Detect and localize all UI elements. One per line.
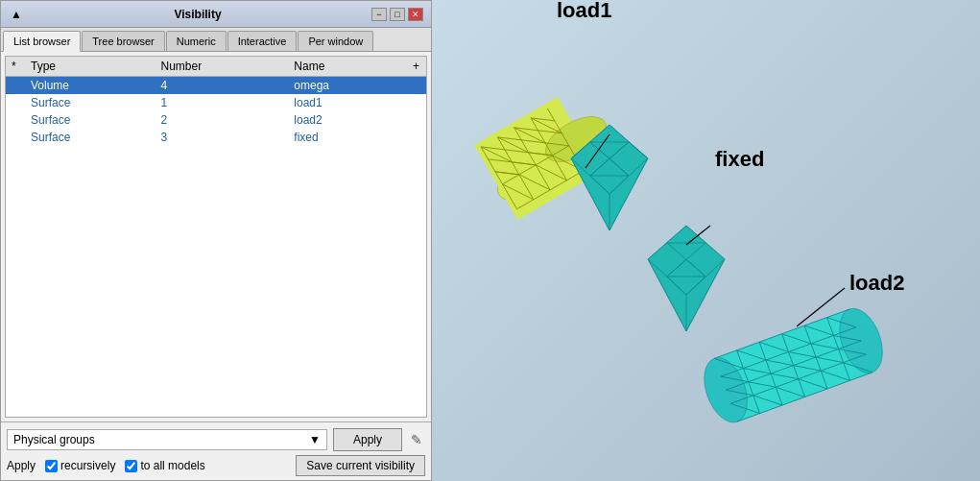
tab-interactive[interactable]: Interactive	[227, 31, 298, 51]
tab-tree-browser[interactable]: Tree browser	[82, 31, 164, 51]
options-row: Apply recursively to all models Save cur…	[7, 455, 425, 476]
tab-numeric[interactable]: Numeric	[166, 31, 227, 51]
restore-button[interactable]: □	[390, 8, 405, 21]
save-visibility-button[interactable]: Save current visibility	[296, 455, 425, 476]
dropdown-arrow-icon: ▼	[309, 433, 321, 446]
3d-viewport: load1 fixed load2	[432, 0, 980, 481]
col-header-number: Number	[155, 57, 288, 77]
titlebar: ▲ Visibility − □ ✕	[1, 1, 431, 28]
apply-small-label: Apply	[7, 459, 36, 472]
table-row[interactable]: Surface 1 load1	[6, 94, 426, 111]
dialog-title: Visibility	[24, 8, 371, 21]
recursively-text: recursively	[60, 459, 115, 472]
tab-bar: List browser Tree browser Numeric Intera…	[1, 28, 431, 52]
row-plus	[407, 77, 426, 95]
pencil-icon[interactable]: ✎	[408, 431, 425, 448]
tab-list-browser[interactable]: List browser	[3, 31, 81, 52]
visibility-dialog: ▲ Visibility − □ ✕ List browser Tree bro…	[0, 0, 432, 481]
col-header-name: Name	[288, 57, 407, 77]
row-name: omega	[288, 77, 407, 95]
row-type: Volume	[25, 77, 155, 95]
load2-label: load2	[849, 271, 904, 295]
entity-table[interactable]: * Type Number Name + Volume 4 omega Surf…	[5, 56, 427, 418]
row-name: load2	[288, 111, 407, 129]
titlebar-buttons: − □ ✕	[371, 8, 423, 21]
row-plus	[407, 129, 426, 146]
load1-label: load1	[557, 0, 611, 22]
col-header-star: *	[6, 57, 25, 77]
filter-row: Physical groups ▼ Apply ✎	[7, 428, 425, 451]
row-plus	[407, 111, 426, 129]
row-number: 2	[155, 111, 288, 129]
table-row[interactable]: Volume 4 omega	[6, 77, 426, 95]
row-type: Surface	[25, 129, 155, 146]
minimize-button[interactable]: −	[371, 8, 387, 21]
row-star	[6, 129, 25, 146]
row-type: Surface	[25, 94, 155, 111]
close-button[interactable]: ✕	[408, 8, 423, 21]
row-star	[6, 94, 25, 111]
table-row[interactable]: Surface 2 load2	[6, 111, 426, 129]
row-number: 3	[155, 129, 288, 146]
fixed-surface	[648, 226, 725, 331]
tab-per-window[interactable]: Per window	[298, 31, 373, 51]
bottom-section: Physical groups ▼ Apply ✎ Apply recursiv…	[1, 421, 431, 480]
col-header-plus: +	[407, 57, 426, 77]
row-star	[6, 111, 25, 129]
row-plus	[407, 94, 426, 111]
recursively-checkbox-label[interactable]: recursively	[45, 459, 115, 472]
fixed-label: fixed	[715, 147, 764, 171]
apply-button[interactable]: Apply	[333, 428, 402, 451]
row-name: fixed	[288, 129, 407, 146]
table-row[interactable]: Surface 3 fixed	[6, 129, 426, 146]
all-models-checkbox[interactable]	[125, 460, 137, 472]
row-star	[6, 77, 25, 95]
all-models-checkbox-label[interactable]: to all models	[125, 459, 204, 472]
row-name: load1	[288, 94, 407, 111]
col-header-type: Type	[25, 57, 155, 77]
row-type: Surface	[25, 111, 155, 129]
load2-volume	[696, 302, 890, 428]
row-number: 1	[155, 94, 288, 111]
physical-groups-dropdown[interactable]: Physical groups ▼	[7, 429, 327, 450]
recursively-checkbox[interactable]	[45, 460, 58, 472]
row-number: 4	[155, 77, 288, 95]
dropdown-label: Physical groups	[13, 433, 95, 446]
all-models-text: to all models	[140, 459, 204, 472]
arrow-icon: ▲	[9, 7, 24, 22]
3d-scene-svg: load1 fixed load2	[432, 0, 980, 481]
